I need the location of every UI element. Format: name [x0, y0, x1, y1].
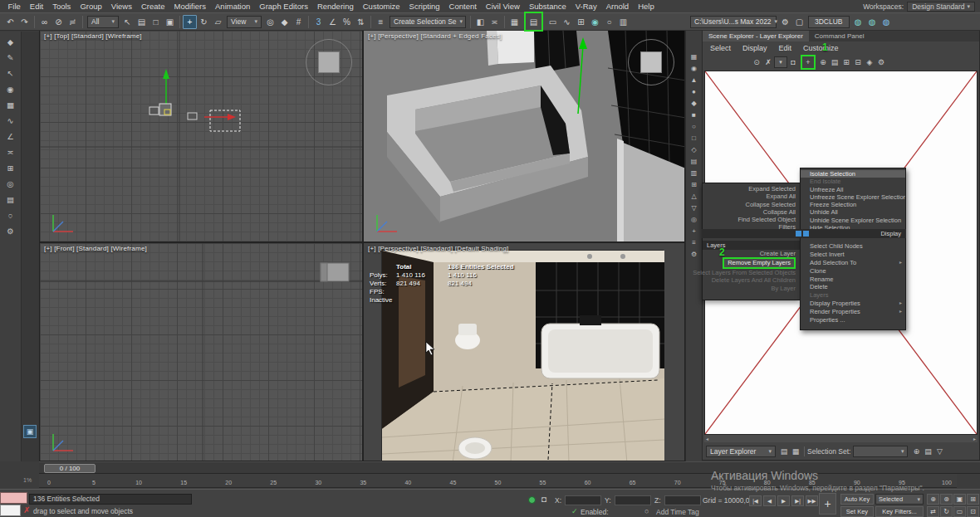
zoom-extents-icon[interactable]: ▣	[953, 494, 966, 505]
percent-snap-icon[interactable]: %	[340, 15, 354, 29]
tab-scene-explorer[interactable]: Scene Explorer - Layer Explorer	[703, 31, 809, 41]
set-key-button[interactable]: Set Key	[840, 506, 874, 517]
pick-color-icon[interactable]: ◈	[864, 56, 875, 68]
curve-editor-icon[interactable]: ∿	[560, 15, 574, 29]
named-selection-sets-icon[interactable]: ≡	[374, 15, 388, 29]
explorer-menu-select[interactable]: Select	[704, 44, 737, 52]
expand-all-icon[interactable]: ⊞	[840, 56, 852, 68]
zoom-all-icon[interactable]: ⊛	[940, 494, 953, 505]
play-button[interactable]: ▶	[777, 495, 790, 506]
pan-view-icon[interactable]: ⇄	[927, 506, 939, 517]
menu-edit[interactable]: Edit	[25, 2, 47, 11]
zoom-region-icon[interactable]: ▭	[953, 506, 966, 517]
context-menu-item[interactable]: Select Child Nodes	[801, 242, 905, 251]
context-menu-item[interactable]: Unfreeze Scene Explorer Selection	[801, 193, 905, 201]
keyboard-override-icon[interactable]: #	[292, 15, 306, 29]
maxscript-mini-listener-macro[interactable]	[0, 492, 27, 504]
menu-scripting[interactable]: Scripting	[404, 2, 444, 11]
zoom-extents-all-icon[interactable]: ⊞	[967, 494, 979, 505]
list-views-icon[interactable]: ≡	[688, 237, 700, 248]
context-menu-item[interactable]: Clone	[801, 267, 905, 276]
explorer-menu-edit[interactable]: Edit	[773, 44, 798, 52]
select-and-manipulate-icon[interactable]: ◆	[277, 15, 292, 29]
viewport-perspective-model[interactable]: [+] [Perspective] [Standard + Edged Face…	[363, 30, 685, 242]
selection-set-dropdown[interactable]: ▾	[853, 446, 908, 457]
y-coordinate-field[interactable]	[615, 495, 651, 505]
context-menu-item[interactable]: Create Layer	[703, 250, 800, 257]
context-menu-item[interactable]: Unhide All	[801, 208, 905, 216]
search-filter-dropdown[interactable]: ▾	[774, 56, 787, 68]
polygon-modeling-icon[interactable]: ◆	[3, 36, 18, 48]
viewcube[interactable]	[628, 39, 674, 85]
context-menu-item[interactable]: Select Invert	[801, 251, 905, 259]
use-pivot-center-icon[interactable]: ◎	[263, 15, 277, 29]
context-menu-item[interactable]: Rename	[801, 276, 905, 284]
mirror-icon[interactable]: ◧	[473, 15, 488, 29]
previous-frame-button[interactable]: ◀	[763, 495, 776, 506]
toggle-layer-explorer-icon[interactable]: ▤	[527, 15, 541, 29]
add-filter-icon[interactable]: +	[688, 226, 700, 237]
render-production-icon[interactable]: ◍	[851, 15, 865, 29]
next-frame-button[interactable]: ▶|	[791, 495, 804, 506]
render-vray-icon[interactable]: ◍	[880, 15, 894, 29]
viewport-top[interactable]: [+] [Top] [Standard] [Wireframe]	[39, 30, 363, 242]
add-selection-to-layer-icon[interactable]: ⊕	[817, 56, 829, 68]
schematic-view-icon[interactable]: ⊞	[574, 15, 588, 29]
viewcube-face[interactable]	[318, 51, 340, 73]
project-folder-button[interactable]: 3DCLUB	[808, 16, 850, 28]
menu-group[interactable]: Group	[76, 2, 106, 11]
named-sets-list-icon[interactable]: ▤	[922, 446, 933, 457]
display-containers-icon[interactable]: ◇	[688, 144, 700, 155]
layer-list-icon[interactable]: ▤	[829, 56, 840, 68]
viewport-front[interactable]: [+] [Front] [Standard] [Wireframe]	[39, 242, 363, 461]
snap-toggle-3d-icon[interactable]: 3	[311, 15, 326, 29]
context-menu-item[interactable]: Properties ...	[801, 316, 905, 324]
freeform-icon[interactable]: ✎	[3, 51, 18, 64]
ribbon-toggle-icon[interactable]: ▭	[546, 15, 560, 29]
viewport-layout-tab[interactable]: ▣	[23, 425, 37, 438]
scroll-left-icon[interactable]: ◂	[706, 436, 708, 441]
explorer-settings-icon[interactable]: ⚙	[875, 56, 887, 68]
select-and-scale-icon[interactable]: ▱	[211, 15, 225, 29]
display-lights-icon[interactable]: ●	[688, 86, 700, 97]
time-slider-handle[interactable]: 0 / 100	[44, 464, 96, 473]
menu-animation[interactable]: Animation	[211, 2, 255, 11]
maxscript-mini-listener-script[interactable]	[0, 505, 21, 516]
horizontal-scrollbar[interactable]: ◂ ▸	[704, 435, 978, 442]
align-icon[interactable]: ≍	[488, 15, 502, 29]
z-coordinate-field[interactable]	[664, 495, 701, 505]
unhide-all-icon[interactable]: ▽	[688, 202, 700, 213]
add-time-tag[interactable]: Add Time Tag	[656, 508, 699, 516]
container-icon[interactable]: ⊞	[3, 162, 18, 174]
display-geometry-icon[interactable]: ◉	[688, 63, 700, 74]
menu-civil-view[interactable]: Civil View	[481, 2, 524, 11]
context-menu-item[interactable]: Add Selection To▸	[801, 259, 905, 267]
unlink-selection-icon[interactable]: ⊘	[51, 15, 66, 29]
sort-by-layer-icon[interactable]: ▤	[778, 446, 790, 457]
hide-selected-icon[interactable]: △	[688, 191, 700, 202]
spline-tools-icon[interactable]: ∿	[3, 115, 18, 127]
menu-modifiers[interactable]: Modifiers	[169, 2, 211, 11]
context-menu-item[interactable]: Collapse All	[703, 208, 800, 216]
sort-by-hierarchy-icon[interactable]: ▦	[790, 446, 801, 457]
render-iterative-icon[interactable]: ◍	[865, 15, 880, 29]
project-path-dropdown[interactable]: C:\Users\U...s Max 2022▾	[690, 16, 777, 28]
context-menu-item[interactable]: Unhide Scene Explorer Selection	[801, 217, 905, 224]
angle-snap-icon[interactable]: ∠	[326, 15, 340, 29]
auto-key-button[interactable]: Auto Key	[840, 494, 874, 505]
context-menu-item[interactable]: By Layer	[703, 285, 800, 292]
bind-to-spacewarp-icon[interactable]: ≓	[66, 15, 80, 29]
key-filters-button[interactable]: Key Filters...	[875, 506, 924, 517]
display-helpers-icon[interactable]: ■	[688, 110, 700, 120]
freeze-selected-icon[interactable]: ▥	[688, 168, 700, 178]
go-to-end-button[interactable]: ▶▶	[806, 495, 818, 506]
utilities-icon[interactable]: ⚙	[3, 225, 18, 237]
display-spacewarps-icon[interactable]: ○	[688, 121, 700, 132]
object-paint-icon[interactable]: ◉	[3, 83, 18, 95]
selection-set-filter-icon[interactable]: ▽	[933, 446, 945, 457]
menu-substance[interactable]: Substance	[524, 2, 571, 11]
redo-icon[interactable]: ↷	[17, 15, 32, 29]
select-and-rotate-icon[interactable]: ↻	[197, 15, 211, 29]
isolate-toggle-icon[interactable]: ◎	[688, 214, 700, 225]
maximize-viewport-icon[interactable]: ⊡	[967, 506, 979, 517]
